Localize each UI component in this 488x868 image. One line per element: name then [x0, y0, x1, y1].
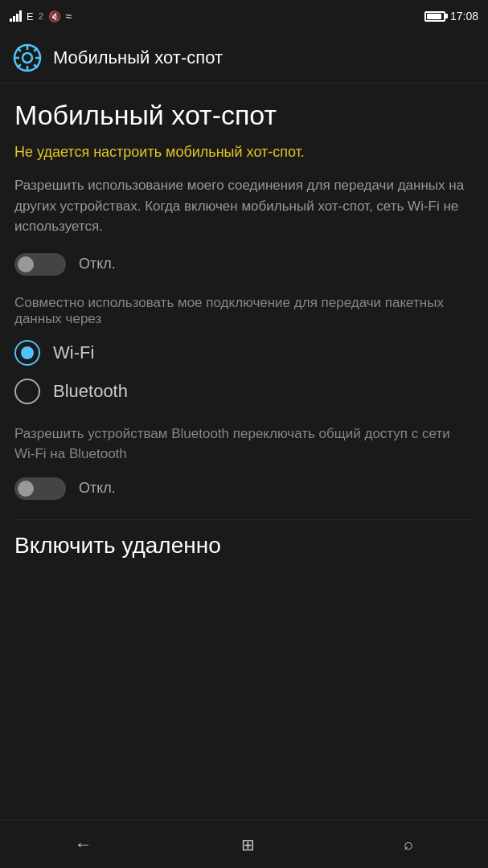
description-text: Разрешить использование моего соединения… — [14, 175, 474, 237]
time-label: 17:08 — [450, 10, 478, 23]
svg-point-1 — [23, 53, 32, 63]
nav-back-icon: ← — [75, 834, 92, 855]
signal-icon — [10, 10, 22, 22]
bluetooth-section: Разрешить устройствам Bluetooth переключ… — [14, 424, 474, 500]
nav-search-icon: ⌕ — [404, 835, 413, 854]
hotspot-toggle[interactable] — [14, 253, 66, 276]
battery-icon — [424, 11, 445, 22]
error-message: Не удается настроить мобильный хот-спот. — [14, 144, 474, 161]
bluetooth-toggle-row: Откл. — [14, 477, 474, 500]
remote-title: Включить удаленно — [14, 533, 474, 559]
bluetooth-toggle-thumb — [18, 481, 34, 497]
nav-back-button[interactable]: ← — [59, 826, 109, 863]
wifi-radio-label: Wi-Fi — [53, 342, 94, 363]
bluetooth-radio-row[interactable]: Bluetooth — [14, 379, 474, 404]
title-bar-text: Мобильный хот-спот — [53, 47, 223, 68]
nav-search-button[interactable]: ⌕ — [388, 827, 429, 862]
wifi-radio-inner — [21, 346, 34, 359]
remote-section: Включить удаленно — [14, 519, 474, 559]
bluetooth-toggle-track — [14, 477, 66, 500]
bluetooth-toggle[interactable] — [14, 477, 66, 500]
toggle-track — [14, 253, 66, 276]
main-content: Мобильный хот-спот Не удается настроить … — [0, 84, 488, 820]
carrier2-label: 2 — [39, 11, 43, 21]
bluetooth-toggle-label: Откл. — [79, 480, 116, 497]
status-left: E 2 🔇 ≈ — [10, 10, 72, 23]
wifi-radio-row[interactable]: Wi-Fi — [14, 340, 474, 366]
bluetooth-section-description: Разрешить устройствам Bluetooth переключ… — [14, 424, 474, 465]
settings-icon — [13, 43, 42, 72]
carrier-label: E — [27, 10, 34, 23]
title-bar: Мобильный хот-спот — [0, 32, 488, 84]
mute-icon: 🔇 — [48, 10, 61, 23]
toggle-thumb — [18, 256, 34, 272]
hotspot-toggle-label: Откл. — [79, 256, 116, 272]
hotspot-toggle-row: Откл. — [14, 253, 474, 276]
nav-home-icon: ⊞ — [241, 835, 255, 854]
bluetooth-radio-button[interactable] — [14, 379, 40, 404]
status-right: 17:08 — [424, 10, 478, 23]
nav-bar: ← ⊞ ⌕ — [0, 820, 488, 868]
wifi-icon: ≈ — [66, 10, 72, 23]
page-title: Мобильный хот-спот — [14, 100, 474, 131]
share-label: Совместно использовать мое подключение д… — [14, 295, 474, 327]
bluetooth-radio-label: Bluetooth — [53, 381, 128, 402]
status-bar: E 2 🔇 ≈ 17:08 — [0, 0, 488, 32]
nav-home-button[interactable]: ⊞ — [225, 827, 271, 862]
wifi-radio-button[interactable] — [14, 340, 40, 366]
